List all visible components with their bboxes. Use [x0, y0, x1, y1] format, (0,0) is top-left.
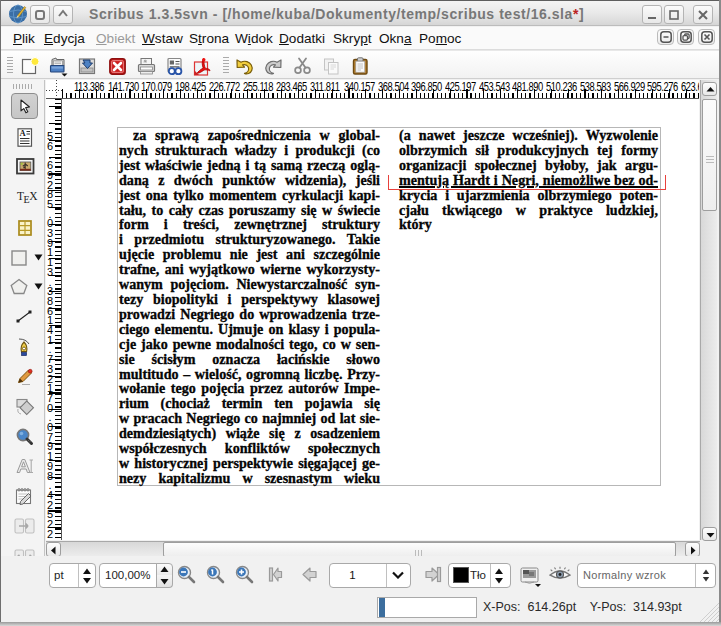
svg-text:A: A [20, 128, 27, 138]
